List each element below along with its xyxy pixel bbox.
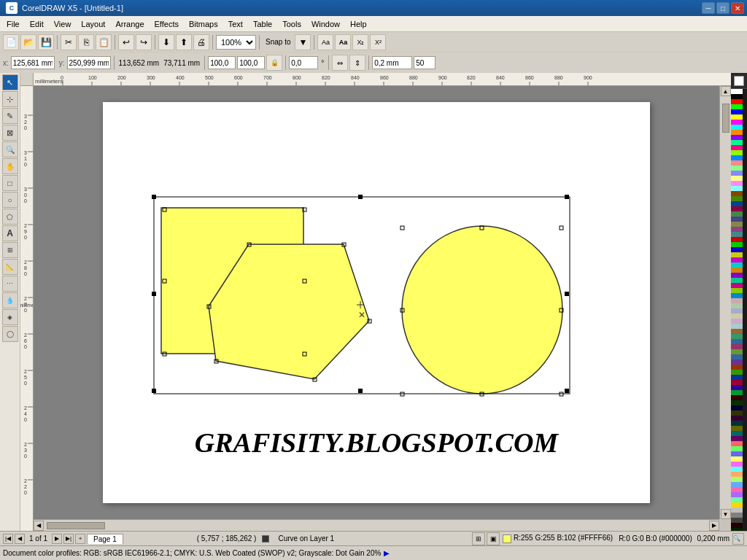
- table-tool[interactable]: ⊞: [2, 242, 18, 258]
- color-swatch[interactable]: [731, 436, 743, 441]
- copy-button[interactable]: ⎘: [78, 34, 94, 50]
- color-swatch[interactable]: [731, 411, 743, 416]
- color-swatch[interactable]: [731, 120, 743, 125]
- maximize-button[interactable]: □: [716, 2, 729, 14]
- color-swatch[interactable]: [731, 324, 743, 329]
- color-swatch[interactable]: [731, 262, 743, 268]
- color-swatch[interactable]: [731, 314, 743, 319]
- color-swatch[interactable]: [731, 109, 743, 114]
- color-swatch[interactable]: [731, 477, 743, 482]
- color-swatch[interactable]: [731, 482, 743, 487]
- color-swatch[interactable]: [731, 278, 743, 283]
- color-swatch[interactable]: [731, 145, 743, 150]
- color-swatch[interactable]: [731, 99, 743, 104]
- color-swatch[interactable]: [731, 487, 743, 492]
- color-swatch[interactable]: [731, 354, 743, 359]
- color-swatch[interactable]: [731, 247, 743, 252]
- zoom-select[interactable]: 100%50%200%: [216, 35, 256, 50]
- color-swatch[interactable]: [731, 472, 743, 477]
- pan-tool[interactable]: ✋: [2, 158, 18, 174]
- import-button[interactable]: ⬇: [158, 34, 174, 50]
- color-swatch[interactable]: [731, 288, 743, 293]
- last-page-button[interactable]: ▶|: [63, 534, 74, 544]
- corel-btn4[interactable]: X²: [370, 34, 386, 50]
- menu-window[interactable]: Window: [306, 18, 345, 30]
- color-swatch[interactable]: [731, 237, 743, 242]
- color-swatch[interactable]: [731, 89, 743, 94]
- scroll-down-button[interactable]: ▼: [721, 509, 731, 519]
- color-swatch[interactable]: [731, 273, 743, 278]
- menu-help[interactable]: Help: [345, 18, 372, 30]
- menu-view[interactable]: View: [49, 18, 77, 30]
- corel-btn2[interactable]: Aa: [335, 34, 351, 50]
- linewidth-input[interactable]: [372, 56, 412, 69]
- menu-arrange[interactable]: Arrange: [110, 18, 149, 30]
- menu-bitmaps[interactable]: Bitmaps: [184, 18, 223, 30]
- color-swatch[interactable]: [731, 502, 743, 508]
- undo-button[interactable]: ↩: [118, 34, 134, 50]
- interactive-tool[interactable]: ⋯: [2, 276, 18, 292]
- corel-btn1[interactable]: Aa: [317, 34, 333, 50]
- color-swatch[interactable]: [731, 181, 743, 186]
- color-swatch[interactable]: [731, 176, 743, 181]
- vertical-scrollbar[interactable]: ▲ ▼: [719, 86, 731, 519]
- linewidth-num[interactable]: [414, 56, 436, 69]
- menu-tools[interactable]: Tools: [277, 18, 306, 30]
- no-fill-swatch[interactable]: [734, 76, 744, 86]
- color-swatch[interactable]: [731, 451, 743, 456]
- color-swatch[interactable]: [731, 303, 743, 308]
- color-swatch[interactable]: [731, 114, 743, 120]
- color-swatch[interactable]: [731, 201, 743, 206]
- color-swatch[interactable]: [731, 400, 743, 405]
- color-swatch[interactable]: [731, 426, 743, 431]
- color-swatch[interactable]: [731, 339, 743, 344]
- color-swatch[interactable]: [731, 528, 743, 531]
- horizontal-scrollbar[interactable]: ◀ ▶: [34, 519, 719, 531]
- color-profile-link[interactable]: ▶: [384, 549, 390, 557]
- color-swatch[interactable]: [731, 171, 743, 176]
- page-tab-1[interactable]: Page 1: [87, 534, 123, 544]
- color-swatch[interactable]: [731, 456, 743, 462]
- y-coord-input[interactable]: [67, 56, 111, 69]
- color-swatch[interactable]: [731, 160, 743, 166]
- color-swatch[interactable]: [731, 370, 743, 375]
- color-swatch[interactable]: [731, 257, 743, 262]
- color-swatch[interactable]: [731, 140, 743, 145]
- measure-tool[interactable]: 📐: [2, 259, 18, 275]
- color-swatch[interactable]: [731, 380, 743, 385]
- color-swatch[interactable]: [731, 94, 743, 99]
- color-swatch[interactable]: [731, 462, 743, 467]
- color-swatch[interactable]: [731, 196, 743, 201]
- color-swatch[interactable]: [731, 508, 743, 513]
- snap-options-button[interactable]: ▼: [295, 34, 311, 50]
- color-swatch[interactable]: [731, 344, 743, 349]
- bezier-tool[interactable]: ✎: [2, 108, 18, 124]
- color-swatch[interactable]: [731, 319, 743, 324]
- angle-input[interactable]: [289, 56, 318, 69]
- color-swatch[interactable]: [731, 385, 743, 390]
- color-swatch[interactable]: [731, 334, 743, 339]
- print-button[interactable]: 🖨: [193, 34, 209, 50]
- color-swatch[interactable]: [731, 298, 743, 303]
- color-swatch[interactable]: [731, 441, 743, 446]
- zoom-tool[interactable]: 🔍: [2, 141, 18, 158]
- first-page-button[interactable]: |◀: [3, 534, 13, 544]
- menu-text[interactable]: Text: [223, 18, 248, 30]
- color-swatch[interactable]: [731, 497, 743, 502]
- drawing-canvas[interactable]: ✕ GRAFISITY.BLOGSPOT.COM: [103, 102, 650, 503]
- menu-layout[interactable]: Layout: [76, 18, 110, 30]
- color-swatch[interactable]: [731, 135, 743, 140]
- scroll-thumb-h[interactable]: [47, 522, 105, 529]
- lock-aspect-btn[interactable]: 🔒: [266, 55, 282, 71]
- color-mode-button[interactable]: ⊞: [472, 532, 485, 545]
- fill-tool[interactable]: ◈: [2, 309, 18, 325]
- color-swatch[interactable]: [731, 206, 743, 211]
- redo-button[interactable]: ↪: [136, 34, 152, 50]
- scale-x-input[interactable]: [208, 56, 236, 69]
- color-swatch[interactable]: [731, 365, 743, 370]
- paste-button[interactable]: 📋: [96, 34, 112, 50]
- scroll-thumb-v[interactable]: [722, 104, 729, 133]
- minimize-button[interactable]: ─: [702, 2, 715, 14]
- color-swatch[interactable]: [731, 390, 743, 395]
- prev-page-button[interactable]: ◀: [15, 534, 25, 544]
